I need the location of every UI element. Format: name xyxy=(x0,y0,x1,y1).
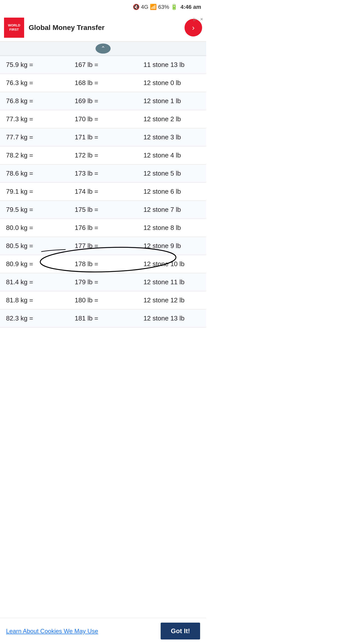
stone-cell: 12 stone 13 lb xyxy=(138,309,206,328)
highlighted-row: 80.5 kg =177 lb =12 stone 9 lb xyxy=(0,237,206,255)
stone-cell: 11 stone 13 lb xyxy=(138,56,206,74)
kg-cell: 81.8 kg = xyxy=(0,291,69,309)
kg-cell: 77.7 kg = xyxy=(0,128,69,146)
mute-icon: 🔇 xyxy=(133,4,140,10)
lb-cell: 170 lb = xyxy=(69,110,137,128)
kg-cell: 76.3 kg = xyxy=(0,74,69,92)
stone-cell: 12 stone 2 lb xyxy=(138,110,206,128)
status-icons: 🔇 4G 📶 63% 🔋 4:46 am xyxy=(133,4,201,10)
table-row: 76.8 kg =169 lb =12 stone 1 lb xyxy=(0,92,206,110)
network-type: 4G xyxy=(141,4,148,10)
lb-cell: 180 lb = xyxy=(69,291,137,309)
kg-cell: 81.4 kg = xyxy=(0,273,69,291)
kg-cell: 75.9 kg = xyxy=(0,56,69,74)
lb-cell: 175 lb = xyxy=(69,201,137,219)
lb-cell: 178 lb = xyxy=(69,255,137,273)
table-wrapper: 75.9 kg =167 lb =11 stone 13 lb76.3 kg =… xyxy=(0,56,206,328)
table-row: 77.3 kg =170 lb =12 stone 2 lb xyxy=(0,110,206,128)
stone-cell: 12 stone 5 lb xyxy=(138,165,206,183)
kg-cell: 76.8 kg = xyxy=(0,92,69,110)
stone-cell: 12 stone 0 lb xyxy=(138,74,206,92)
status-time: 4:46 am xyxy=(180,4,201,10)
lb-cell: 172 lb = xyxy=(69,146,137,165)
lb-cell: 181 lb = xyxy=(69,309,137,328)
lb-cell: 168 lb = xyxy=(69,74,137,92)
lb-cell: 174 lb = xyxy=(69,183,137,201)
kg-cell: 78.6 kg = xyxy=(0,165,69,183)
stone-cell: 12 stone 1 lb xyxy=(138,92,206,110)
table-row: 79.5 kg =175 lb =12 stone 7 lb xyxy=(0,201,206,219)
table-row: 78.2 kg =172 lb =12 stone 4 lb xyxy=(0,146,206,165)
stone-cell: 12 stone 11 lb xyxy=(138,273,206,291)
lb-cell: 176 lb = xyxy=(69,219,137,237)
signal-icon: 📶 xyxy=(150,4,157,10)
kg-cell: 79.1 kg = xyxy=(0,183,69,201)
kg-cell: 78.2 kg = xyxy=(0,146,69,165)
table-row: 79.1 kg =174 lb =12 stone 6 lb xyxy=(0,183,206,201)
stone-cell: 12 stone 3 lb xyxy=(138,128,206,146)
ad-logo: WORLD FIRST xyxy=(4,18,24,38)
kg-cell: 79.5 kg = xyxy=(0,201,69,219)
lb-cell: 173 lb = xyxy=(69,165,137,183)
table-row: 80.0 kg =176 lb =12 stone 8 lb xyxy=(0,219,206,237)
kg-cell: 77.3 kg = xyxy=(0,110,69,128)
lb-cell: 169 lb = xyxy=(69,92,137,110)
kg-cell: 80.9 kg = xyxy=(0,255,69,273)
lb-cell: 179 lb = xyxy=(69,273,137,291)
lb-cell: 177 lb = xyxy=(69,237,137,255)
ad-info-icon[interactable]: ▷ xyxy=(194,16,197,22)
battery-icon: 🔋 xyxy=(171,4,177,10)
table-row: 80.9 kg =178 lb =12 stone 10 lb xyxy=(0,255,206,273)
stone-cell: 12 stone 9 lb xyxy=(138,237,206,255)
lb-cell: 167 lb = xyxy=(69,56,137,74)
ad-close-button[interactable]: × xyxy=(200,16,203,22)
table-row: 82.3 kg =181 lb =12 stone 13 lb xyxy=(0,309,206,328)
table-row: 78.6 kg =173 lb =12 stone 5 lb xyxy=(0,165,206,183)
stone-cell: 12 stone 10 lb xyxy=(138,255,206,273)
kg-cell: 80.5 kg = xyxy=(0,237,69,255)
table-row: 81.4 kg =179 lb =12 stone 11 lb xyxy=(0,273,206,291)
ad-text: Global Money Transfer xyxy=(29,24,185,32)
table-row: 76.3 kg =168 lb =12 stone 0 lb xyxy=(0,74,206,92)
ad-banner: WORLD FIRST Global Money Transfer › ▷ × xyxy=(0,14,206,42)
stone-cell: 12 stone 7 lb xyxy=(138,201,206,219)
table-row: 81.8 kg =180 lb =12 stone 12 lb xyxy=(0,291,206,309)
stone-cell: 12 stone 8 lb xyxy=(138,219,206,237)
stone-cell: 12 stone 4 lb xyxy=(138,146,206,165)
ad-arrow-button[interactable]: › xyxy=(185,19,202,36)
scroll-up-button[interactable]: ⌃ xyxy=(96,44,111,54)
battery-percent: 63% xyxy=(158,4,169,10)
stone-cell: 12 stone 12 lb xyxy=(138,291,206,309)
kg-cell: 82.3 kg = xyxy=(0,309,69,328)
conversion-table: 75.9 kg =167 lb =11 stone 13 lb76.3 kg =… xyxy=(0,56,206,328)
status-bar: 🔇 4G 📶 63% 🔋 4:46 am xyxy=(0,0,206,14)
lb-cell: 171 lb = xyxy=(69,128,137,146)
scroll-up-container: ⌃ xyxy=(0,42,206,56)
table-row: 75.9 kg =167 lb =11 stone 13 lb xyxy=(0,56,206,74)
table-row: 77.7 kg =171 lb =12 stone 3 lb xyxy=(0,128,206,146)
kg-cell: 80.0 kg = xyxy=(0,219,69,237)
stone-cell: 12 stone 6 lb xyxy=(138,183,206,201)
